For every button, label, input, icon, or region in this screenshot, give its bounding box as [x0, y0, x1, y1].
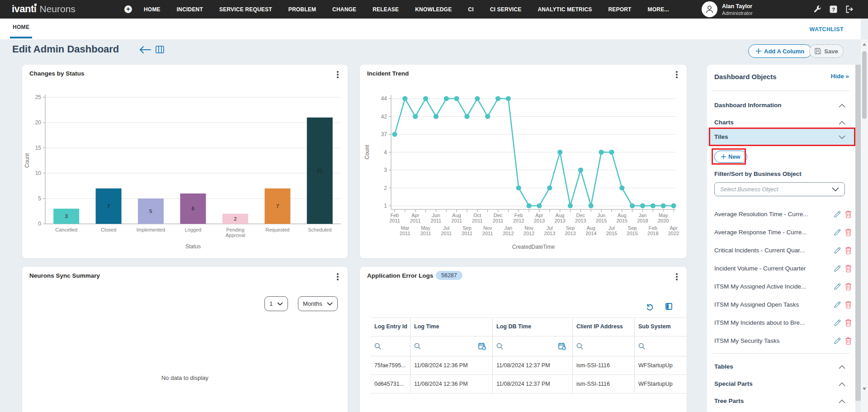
svg-text:2012: 2012 — [524, 231, 534, 236]
nav-item-report[interactable]: REPORT — [608, 6, 631, 13]
delete-trash-icon[interactable] — [845, 337, 852, 346]
kebab-menu-icon[interactable] — [673, 272, 680, 281]
scrollbar-thumb[interactable] — [862, 51, 867, 119]
settings-wrench-icon[interactable] — [814, 5, 821, 13]
tile-list-item[interactable]: ITSM My Incidents about to Bre... — [707, 314, 855, 332]
save-label: Save — [824, 48, 838, 55]
sidebar-section-special-parts[interactable]: Special Parts — [707, 376, 855, 393]
svg-text:Aug: Aug — [586, 225, 595, 231]
svg-text:21: 21 — [317, 168, 323, 173]
sidebar-section-tree-parts[interactable]: Tree Parts — [707, 393, 855, 405]
nav-item-problem[interactable]: PROBLEM — [288, 6, 316, 13]
tile-list-item[interactable]: ITSM My Assigned Open Tasks — [707, 296, 855, 314]
add-column-label: Add A Column — [764, 48, 804, 55]
divider — [712, 90, 850, 91]
tile-list-item[interactable]: ITSM My Security Tasks — [707, 332, 855, 350]
logout-icon[interactable] — [845, 5, 853, 13]
edit-pencil-icon[interactable] — [834, 211, 841, 220]
interval-count-dropdown[interactable]: 1 — [264, 296, 288, 311]
kebab-menu-icon[interactable] — [334, 70, 341, 79]
nav-item-release[interactable]: RELEASE — [373, 6, 399, 13]
business-object-select[interactable]: Select Business Object — [714, 182, 845, 196]
delete-trash-icon[interactable] — [845, 228, 852, 238]
help-icon[interactable]: ? — [830, 5, 837, 13]
nav-item-ci-service[interactable]: CI SERVICE — [490, 6, 522, 13]
kebab-menu-icon[interactable] — [334, 272, 341, 281]
nav-item-knowledge[interactable]: KNOWLEDGE — [415, 6, 452, 13]
sidebar-section-dashboard-information[interactable]: Dashboard Information — [707, 97, 855, 114]
tab-home[interactable]: HOME — [10, 24, 32, 38]
tile-list-item[interactable]: Average Resolution Time - Curre... — [707, 206, 855, 224]
svg-text:Closed: Closed — [101, 227, 116, 232]
search-icon[interactable] — [374, 343, 381, 350]
svg-text:2015: 2015 — [627, 231, 637, 236]
delete-trash-icon[interactable] — [845, 210, 852, 220]
add-circle-icon[interactable]: + — [124, 5, 132, 13]
nav-item-change[interactable]: CHANGE — [332, 6, 356, 13]
user-menu[interactable]: Alan Taylor Administrator — [702, 1, 753, 17]
edit-pencil-icon[interactable] — [834, 265, 841, 274]
delete-trash-icon[interactable] — [845, 319, 852, 328]
search-icon[interactable] — [576, 343, 583, 350]
undo-refresh-icon[interactable] — [646, 303, 654, 313]
table-row[interactable]: 75fae7595...11/08/2024 12:36 PM11/08/202… — [371, 356, 687, 374]
tile-list-item[interactable]: Incident Volume - Current Quarter — [707, 260, 855, 278]
add-column-button[interactable]: Add A Column — [748, 44, 812, 58]
tile-list-item[interactable]: Critical Incidents - Current Quar... — [707, 242, 855, 260]
column-header-log-entry-id[interactable]: Log Entry Id — [371, 318, 410, 336]
column-header-log-db-time[interactable]: Log DB Time — [493, 318, 573, 336]
delete-trash-icon[interactable] — [845, 246, 852, 256]
tile-list-item[interactable]: ITSM My Assigned Active Incide... — [707, 278, 855, 296]
scroll-down-arrow[interactable] — [863, 388, 866, 390]
calendar-clock-icon[interactable] — [478, 342, 486, 350]
nav-item-home[interactable]: HOME — [144, 6, 160, 13]
svg-text:44: 44 — [381, 95, 387, 102]
sidebar-section-tables[interactable]: Tables — [707, 359, 855, 375]
table-cell: WFStartupUp — [635, 375, 687, 393]
nav-item-analytic-metrics[interactable]: ANALYTIC METRICS — [538, 6, 592, 13]
delete-trash-icon[interactable] — [845, 265, 852, 274]
svg-text:2014: 2014 — [585, 231, 596, 236]
back-arrow-icon[interactable] — [139, 46, 151, 56]
sidebar-section-tiles[interactable]: Tiles — [707, 129, 855, 146]
filter-cell-log-entry-id — [371, 336, 410, 356]
layout-grid-icon[interactable] — [156, 46, 164, 55]
interval-unit-value: Months — [303, 300, 322, 307]
svg-text:42: 42 — [381, 114, 387, 120]
edit-pencil-icon[interactable] — [834, 319, 841, 328]
page-scrollbar[interactable] — [861, 39, 868, 412]
nav-item-more[interactable]: MORE... — [648, 6, 669, 13]
edit-pencil-icon[interactable] — [834, 301, 841, 310]
watchlist-link[interactable]: WATCHLIST — [809, 26, 844, 33]
edit-pencil-icon[interactable] — [834, 283, 841, 292]
save-button[interactable]: Save — [809, 44, 844, 58]
column-header-client-ip-address[interactable]: Client IP Address — [573, 318, 635, 336]
scroll-up-arrow[interactable] — [863, 43, 866, 46]
edit-pencil-icon[interactable] — [834, 337, 841, 346]
nav-item-service-request[interactable]: SERVICE REQUEST — [219, 6, 272, 13]
tile-list-item[interactable]: Average Response Time - Curre... — [707, 224, 855, 242]
delete-trash-icon[interactable] — [845, 283, 852, 292]
search-icon[interactable] — [638, 343, 645, 350]
calendar-clock-icon[interactable] — [558, 342, 566, 350]
nav-item-ci[interactable]: CI — [468, 6, 473, 13]
delete-trash-icon[interactable] — [845, 301, 852, 310]
filter-cell-client-ip-address — [573, 336, 635, 356]
ivanti-neurons-logo[interactable]: ivanti Neurons — [12, 3, 75, 15]
new-tile-button[interactable]: New — [714, 151, 747, 163]
table-row[interactable]: 0d645731...11/08/2024 12:36 PM11/08/2024… — [371, 374, 687, 393]
logs-toolbar — [646, 303, 672, 313]
edit-pencil-icon[interactable] — [834, 247, 841, 256]
search-icon[interactable] — [414, 343, 421, 350]
edit-pencil-icon[interactable] — [834, 229, 841, 238]
filter-cell-log-time — [410, 336, 493, 356]
search-icon[interactable] — [496, 343, 503, 350]
nav-item-incident[interactable]: INCIDENT — [177, 6, 203, 13]
column-chooser-icon[interactable] — [665, 303, 672, 313]
sidebar-scrollbar[interactable] — [855, 65, 861, 401]
column-header-log-time[interactable]: Log Time — [410, 318, 493, 336]
hide-panel-button[interactable]: Hide » — [830, 73, 849, 80]
column-header-sub-system[interactable]: Sub System — [635, 318, 687, 336]
kebab-menu-icon[interactable] — [673, 70, 680, 79]
interval-unit-dropdown[interactable]: Months — [298, 296, 338, 311]
